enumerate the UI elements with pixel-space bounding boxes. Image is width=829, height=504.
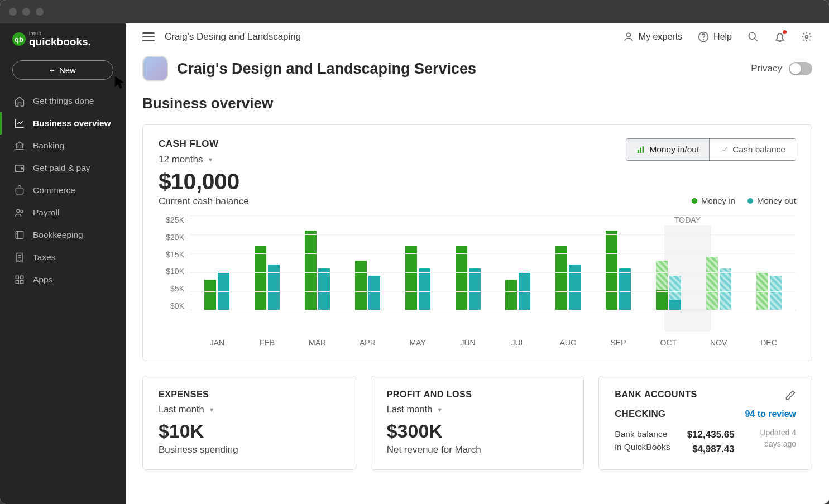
hamburger-icon[interactable] bbox=[142, 32, 155, 41]
bank-title: BANK ACCOUNTS bbox=[615, 390, 697, 400]
chart-month-aug[interactable] bbox=[549, 215, 588, 310]
notifications-button[interactable] bbox=[774, 31, 785, 42]
x-tick: FEB bbox=[248, 338, 287, 347]
cashflow-period-dropdown[interactable]: 12 months ▼ bbox=[159, 154, 218, 165]
x-tick: JUL bbox=[499, 338, 538, 347]
x-tick: APR bbox=[348, 338, 387, 347]
new-button-label: New bbox=[59, 65, 76, 75]
chart-month-apr[interactable] bbox=[348, 215, 387, 310]
svg-point-1 bbox=[21, 168, 23, 170]
sidebar-item-commerce[interactable]: Commerce bbox=[0, 179, 126, 201]
sidebar-item-business-overview[interactable]: Business overview bbox=[0, 112, 126, 135]
bars-icon bbox=[636, 146, 645, 154]
traffic-light-max[interactable] bbox=[36, 8, 44, 16]
svg-rect-9 bbox=[21, 281, 23, 284]
cashflow-tab-group: Money in/out Cash balance bbox=[626, 138, 796, 161]
help-icon bbox=[698, 31, 709, 42]
chart-month-jan[interactable] bbox=[198, 215, 237, 310]
sidebar-item-taxes[interactable]: Taxes bbox=[0, 246, 126, 268]
tab-cash-balance[interactable]: Cash balance bbox=[710, 139, 796, 160]
pnl-card: PROFIT AND LOSS Last month ▼ $300K Net r… bbox=[371, 376, 584, 470]
tab-money-inout[interactable]: Money in/out bbox=[626, 139, 710, 160]
privacy-label: Privacy bbox=[751, 63, 782, 74]
expenses-title: EXPENSES bbox=[159, 390, 340, 400]
svg-point-13 bbox=[749, 33, 756, 40]
caret-down-icon: ▼ bbox=[207, 156, 213, 163]
svg-rect-6 bbox=[16, 276, 18, 279]
company-avatar bbox=[142, 56, 168, 81]
wallet-icon bbox=[14, 162, 25, 174]
help-button[interactable]: Help bbox=[698, 31, 732, 42]
plus-icon: + bbox=[50, 65, 55, 75]
sidebar-item-label: Get things done bbox=[33, 96, 94, 106]
sidebar-item-label: Banking bbox=[33, 141, 64, 151]
pencil-icon[interactable] bbox=[785, 390, 796, 401]
bank-review-link[interactable]: 94 to review bbox=[745, 409, 796, 419]
apps-icon bbox=[14, 274, 25, 285]
chart-month-mar[interactable] bbox=[298, 215, 337, 310]
chart-month-may[interactable] bbox=[398, 215, 437, 310]
cart-icon bbox=[14, 185, 25, 196]
sidebar-item-banking[interactable]: Banking bbox=[0, 135, 126, 157]
x-tick: OCT bbox=[649, 338, 688, 347]
sidebar-item-apps[interactable]: Apps bbox=[0, 268, 126, 291]
chart-month-sep[interactable] bbox=[599, 215, 638, 310]
chart-month-nov[interactable] bbox=[699, 215, 738, 310]
privacy-toggle[interactable] bbox=[789, 62, 812, 75]
my-experts-button[interactable]: My experts bbox=[623, 31, 682, 42]
search-icon[interactable] bbox=[747, 31, 759, 42]
svg-rect-16 bbox=[640, 147, 642, 152]
sidebar-item-get-things-done[interactable]: Get things done bbox=[0, 90, 126, 112]
x-tick: NOV bbox=[699, 338, 738, 347]
section-title: Business overview bbox=[142, 95, 812, 112]
svg-rect-5 bbox=[16, 231, 23, 238]
book-icon bbox=[14, 229, 25, 241]
chart-month-oct[interactable] bbox=[649, 215, 688, 310]
qb-logo-icon: qb bbox=[12, 32, 26, 46]
legend-in-label: Money in bbox=[701, 196, 735, 205]
my-experts-label: My experts bbox=[639, 32, 682, 42]
cursor-arrow-icon bbox=[126, 75, 126, 89]
svg-point-14 bbox=[806, 36, 808, 39]
sidebar-item-payroll[interactable]: Payroll bbox=[0, 201, 126, 224]
sidebar-item-bookkeeping[interactable]: Bookkeeping bbox=[0, 224, 126, 246]
company-title: Craig's Design and Landscaping Services bbox=[177, 60, 476, 78]
expenses-period-dropdown[interactable]: Last month ▼ bbox=[159, 404, 340, 415]
expenses-card: EXPENSES Last month ▼ $10K Business spen… bbox=[142, 376, 356, 470]
chart-month-dec[interactable] bbox=[749, 215, 788, 310]
cashflow-chart: TODAY $25K$20K$15K$10K$5K$0K JANFEBMARAP… bbox=[159, 215, 796, 347]
caret-down-icon: ▼ bbox=[209, 406, 215, 413]
help-label: Help bbox=[713, 32, 732, 42]
svg-point-3 bbox=[17, 209, 20, 212]
chart-month-jul[interactable] bbox=[499, 215, 538, 310]
cashflow-card: CASH FLOW 12 months ▼ Money in/out bbox=[142, 124, 812, 361]
svg-point-12 bbox=[703, 40, 704, 40]
new-button[interactable]: + New bbox=[12, 60, 113, 80]
svg-rect-7 bbox=[21, 276, 23, 279]
x-tick: AUG bbox=[549, 338, 588, 347]
x-tick: DEC bbox=[749, 338, 788, 347]
bank-balance-value: $12,435.65 bbox=[687, 428, 735, 442]
x-tick: MAR bbox=[298, 338, 337, 347]
svg-point-4 bbox=[21, 210, 23, 212]
receipt-icon bbox=[14, 252, 25, 263]
tab-balance-label: Cash balance bbox=[732, 145, 785, 155]
company-name-top: Craig's Desing and Landscaping bbox=[165, 31, 301, 42]
legend-in-dot-icon bbox=[692, 198, 697, 204]
brand-logo: qb intuit quickbooks. bbox=[0, 31, 126, 57]
sidebar-item-label: Apps bbox=[33, 275, 52, 285]
people-icon bbox=[14, 207, 25, 218]
svg-rect-8 bbox=[16, 281, 18, 284]
sidebar-item-get-paid-pay[interactable]: Get paid & pay bbox=[0, 157, 126, 179]
traffic-light-min[interactable] bbox=[22, 8, 30, 16]
svg-point-10 bbox=[627, 33, 631, 37]
cash-balance-value: $10,000 bbox=[159, 169, 796, 195]
chart-month-jun[interactable] bbox=[448, 215, 487, 310]
gear-icon[interactable] bbox=[801, 31, 812, 42]
chart-month-feb[interactable] bbox=[248, 215, 287, 310]
svg-rect-15 bbox=[638, 150, 639, 153]
pnl-period-label: Last month bbox=[387, 404, 433, 415]
bank-qb-value: $4,987.43 bbox=[687, 442, 735, 457]
pnl-period-dropdown[interactable]: Last month ▼ bbox=[387, 404, 568, 415]
traffic-light-close[interactable] bbox=[9, 8, 17, 16]
